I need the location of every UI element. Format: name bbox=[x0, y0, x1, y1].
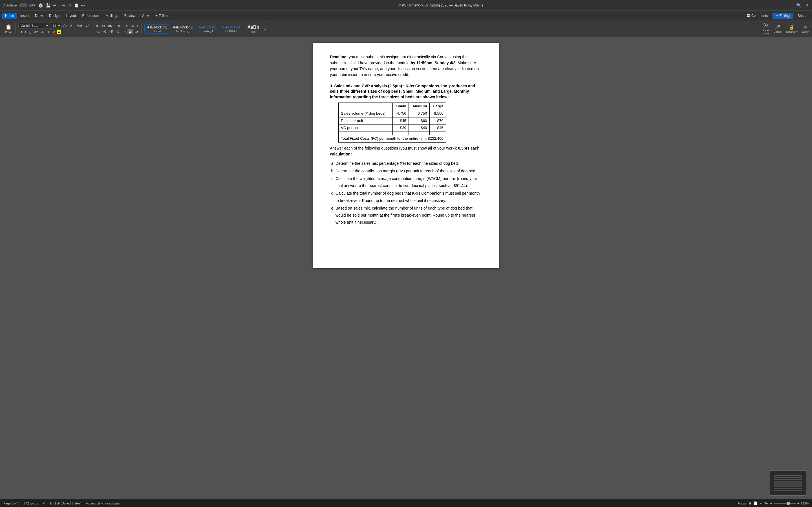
highlight-button[interactable]: A bbox=[57, 30, 61, 34]
numbered-list-button[interactable]: ≡1 bbox=[101, 24, 107, 28]
zoom-out-button[interactable]: − bbox=[770, 501, 772, 506]
document-page: Deadline: you must submit this assignmen… bbox=[313, 43, 499, 268]
doc-icon: W bbox=[398, 3, 401, 7]
menu-draw[interactable]: Draw bbox=[32, 13, 46, 19]
title-bar: AutoSave OFF 🏠 💾 ↩ ▾ ↪ 🖨 📋 ••• W PS Home… bbox=[0, 0, 812, 11]
editing-button[interactable]: ✏ Editing bbox=[772, 13, 793, 19]
italic-button[interactable]: I bbox=[24, 29, 27, 35]
font-family-select[interactable]: Calibri (Bo... bbox=[18, 23, 49, 29]
menu-insert[interactable]: Insert bbox=[17, 13, 32, 19]
table-cell-medium-sales: 6,750 bbox=[409, 110, 430, 117]
increase-indent-button[interactable]: →≡ bbox=[121, 24, 129, 28]
save-icon[interactable]: 💾 bbox=[46, 3, 50, 8]
styles-chevron[interactable]: ⌄ bbox=[264, 26, 267, 31]
show-marks-button[interactable]: ¶ bbox=[136, 24, 140, 28]
accessibility-label[interactable]: Accessibility: Investigate bbox=[86, 502, 119, 505]
ribbon: 📋 Paste Calibri (Bo... 11 A↑ A↓ Aa▾ 🖌 bbox=[0, 21, 812, 37]
clipboard-group: 📋 Paste bbox=[2, 23, 15, 34]
menu-tell-me[interactable]: ✦ Tell me bbox=[152, 13, 172, 19]
dictate-button[interactable]: 🎤 Dictate bbox=[772, 24, 783, 34]
list-item: Based on sales mix, calculate the number… bbox=[336, 205, 482, 226]
paste-button[interactable]: 📋 Paste bbox=[3, 23, 13, 34]
multilevel-list-button[interactable]: ≡▶ bbox=[107, 24, 113, 29]
font-color-button[interactable]: A bbox=[52, 30, 56, 35]
home-icon[interactable]: 🏠 bbox=[38, 3, 43, 8]
zoom-controls: − + 113% bbox=[770, 501, 809, 506]
align-left-button[interactable]: ≡L bbox=[95, 29, 101, 34]
underline-button[interactable]: U bbox=[28, 29, 33, 35]
zoom-in-button[interactable]: + bbox=[797, 501, 800, 506]
page-count: Page 3 of 3 bbox=[3, 502, 19, 505]
editor-button[interactable]: ✏ Editor bbox=[800, 24, 810, 34]
title-bar-right: 🔍 ↗ bbox=[796, 3, 809, 8]
sensitivity-button[interactable]: 🔒 Sensitivity bbox=[784, 24, 799, 34]
table-header-small: Small bbox=[393, 103, 409, 110]
borders-button[interactable]: □▾ bbox=[134, 29, 140, 34]
clipboard2-icon[interactable]: 📋 bbox=[74, 3, 79, 8]
zoom-slider[interactable] bbox=[774, 503, 796, 504]
table-cell-small-price: $45 bbox=[393, 117, 409, 124]
spell-check-icon[interactable]: ✓ bbox=[43, 501, 45, 505]
focus-button[interactable]: Focus bbox=[738, 502, 746, 505]
web-layout-icon[interactable]: 📄 bbox=[754, 501, 758, 505]
font-size-select[interactable]: 11 bbox=[50, 23, 61, 29]
undo-icon[interactable]: ↩ bbox=[53, 3, 56, 8]
answer-instructions: Answer each of the following questions (… bbox=[330, 145, 482, 157]
line-spacing-button[interactable]: ↕≡ bbox=[121, 29, 127, 34]
search-icon[interactable]: 🔍 bbox=[796, 3, 802, 8]
superscript-button[interactable]: X² bbox=[46, 30, 51, 34]
undo-dropdown-icon[interactable]: ▾ bbox=[58, 4, 60, 7]
menu-design[interactable]: Design bbox=[46, 13, 62, 19]
autosave-toggle[interactable] bbox=[19, 3, 27, 7]
change-case-button[interactable]: Aa▾ bbox=[76, 23, 84, 28]
table-cell-label-price: Price per unit bbox=[339, 117, 393, 124]
bold-button[interactable]: B bbox=[18, 29, 23, 35]
shading-button[interactable]: ▲ bbox=[128, 29, 133, 34]
redo-icon[interactable]: ↪ bbox=[62, 3, 65, 8]
table-row: Sales volume (# dog beds) 4,750 6,750 8,… bbox=[339, 110, 446, 117]
style-no-spacing[interactable]: AaBbCcDdE No Spacing bbox=[170, 24, 195, 34]
share-button[interactable]: Share bbox=[795, 13, 810, 19]
menu-layout[interactable]: Layout bbox=[63, 13, 79, 19]
language-label[interactable]: English (United States) bbox=[50, 502, 82, 505]
clear-format-button[interactable]: 🖌 bbox=[85, 23, 90, 28]
outline-view-icon[interactable]: ≡ bbox=[760, 502, 762, 505]
grow-font-button[interactable]: A↑ bbox=[62, 23, 68, 28]
print-icon[interactable]: 🖨 bbox=[68, 3, 71, 8]
styles-group: AaBbCcDdE Normal AaBbCcDdE No Spacing Aa… bbox=[143, 23, 269, 34]
menu-review[interactable]: Review bbox=[121, 13, 138, 19]
menu-references[interactable]: References bbox=[79, 13, 102, 19]
menu-home[interactable]: Home bbox=[2, 13, 17, 19]
subscript-button[interactable]: X₂ bbox=[40, 30, 45, 34]
style-normal[interactable]: AaBbCcDdE Normal bbox=[144, 24, 169, 34]
styles-pane-button[interactable]: Ⓐ StylesPane bbox=[760, 22, 771, 36]
align-right-button[interactable]: ≡R bbox=[108, 29, 114, 34]
table-cell-medium-vc: $40 bbox=[409, 124, 430, 132]
table-footer-row: Total Fixed Costs (FC) per month for the… bbox=[339, 135, 446, 143]
sensitivity-icon: 🔒 bbox=[789, 24, 795, 30]
table-cell-large-sales: 8,500 bbox=[429, 110, 446, 117]
menu-view[interactable]: View bbox=[139, 13, 152, 19]
paragraph-group: ≡• ≡1 ≡▶ ←≡ →≡ ↕A ¶ ≡L ≡C ≡R ≡J ↕≡ ▲ □▾ bbox=[93, 24, 142, 34]
table-row: VC per unit $29 $40 $46 bbox=[339, 124, 446, 132]
align-center-button[interactable]: ≡C bbox=[101, 29, 107, 34]
style-title[interactable]: AaBb Title bbox=[244, 23, 263, 34]
bullet-list-button[interactable]: ≡• bbox=[95, 24, 100, 28]
document-area[interactable]: Deadline: you must submit this assignmen… bbox=[0, 37, 812, 499]
strikethrough-button[interactable]: ab bbox=[33, 29, 39, 35]
sort-button[interactable]: ↕A bbox=[129, 24, 135, 28]
shrink-font-button[interactable]: A↓ bbox=[69, 23, 75, 28]
style-heading1[interactable]: AaBbCcDc Heading 1 bbox=[196, 24, 219, 34]
style-heading2[interactable]: AaBbCcDdE Heading 2 bbox=[220, 24, 243, 33]
dictate-label: Dictate bbox=[774, 31, 781, 33]
print-layout-icon[interactable]: ▣ bbox=[749, 501, 751, 505]
menu-mailings[interactable]: Mailings bbox=[103, 13, 121, 19]
comments-button[interactable]: 💬 Comments bbox=[743, 13, 771, 19]
autosave-state: OFF bbox=[29, 4, 36, 7]
draft-view-icon[interactable]: ≡▶ bbox=[764, 501, 768, 505]
justify-button[interactable]: ≡J bbox=[115, 29, 121, 34]
share-icon[interactable]: ↗ bbox=[805, 3, 809, 8]
more-icon[interactable]: ••• bbox=[81, 3, 85, 8]
editor-icon: ✏ bbox=[804, 24, 807, 30]
decrease-indent-button[interactable]: ←≡ bbox=[114, 24, 121, 28]
